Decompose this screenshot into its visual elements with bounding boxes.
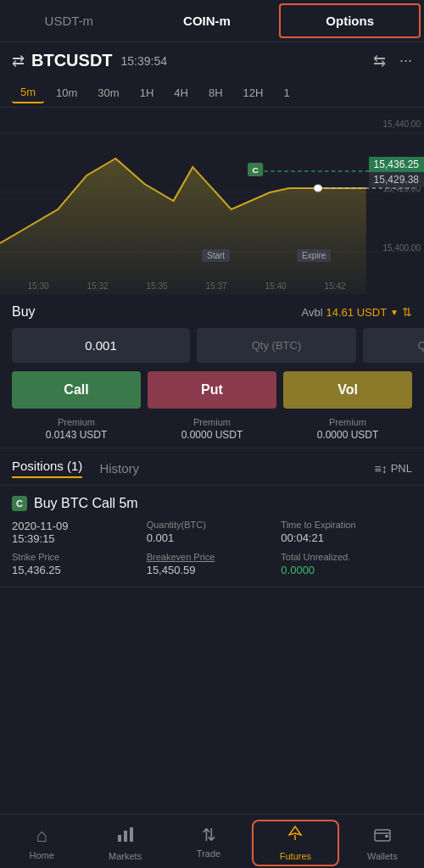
unrealized-value: 0.0000	[281, 564, 412, 576]
price-high-label: 15,440.00	[383, 120, 421, 129]
detail-datetime: 2020-11-09 15:39:15	[12, 520, 143, 545]
pnl-button[interactable]: ≡↕ PNL	[375, 462, 412, 476]
tf-1h[interactable]: 1H	[131, 82, 163, 103]
avbl-value: 14.61 USDT	[326, 306, 388, 319]
chart-start-label: Start	[202, 249, 230, 262]
tab-history[interactable]: History	[99, 461, 139, 476]
premium-call-label: Premium	[12, 417, 141, 427]
tab-positions[interactable]: Positions (1)	[12, 459, 82, 478]
svg-rect-14	[385, 835, 388, 837]
breakeven-value: 15,450.59	[147, 564, 278, 576]
tf-5m[interactable]: 5m	[12, 82, 44, 103]
time-label: 15:39:54	[121, 54, 168, 68]
premium-vol-value: 0.0000 USDT	[283, 429, 412, 441]
header-bar: ⇄ BTCUSDT 15:39:54 ⇆ ···	[0, 42, 424, 79]
tab-coin[interactable]: COIN-m	[138, 0, 276, 42]
tab-usdt[interactable]: USDT-m	[0, 0, 138, 42]
filter-icon: ≡↕	[375, 462, 388, 476]
position-title-row: C Buy BTC Call 5m	[12, 496, 412, 511]
x-label-1: 15:30	[27, 281, 48, 291]
trade-label: Trade	[197, 849, 220, 859]
svg-text:C: C	[252, 166, 258, 175]
timeframe-bar: 5m 10m 30m 1H 4H 8H 12H 1	[0, 79, 424, 108]
position-card: C Buy BTC Call 5m 2020-11-09 15:39:15 Qu…	[0, 486, 424, 587]
unrealized-label: Total Unrealized.	[281, 552, 412, 562]
qty-input-1[interactable]	[197, 328, 356, 363]
futures-icon	[285, 823, 305, 848]
strike-value: 15,436.25	[12, 564, 143, 576]
transfer-icon[interactable]: ⇅	[402, 305, 412, 319]
svg-rect-10	[124, 831, 127, 842]
symbol-label: BTCUSDT	[31, 51, 113, 70]
top-tabs: USDT-m COIN-m Options	[0, 0, 424, 42]
current-price-green: 15,436.25	[369, 157, 424, 172]
tf-8h[interactable]: 8H	[200, 82, 232, 103]
x-label-2: 15:32	[86, 281, 108, 291]
premium-vol: Premium 0.0000 USDT	[283, 417, 412, 441]
detail-unrealized: Total Unrealized. 0.0000	[281, 552, 412, 576]
nav-futures[interactable]: Futures	[252, 820, 338, 866]
input-row	[12, 328, 412, 363]
call-button[interactable]: Call	[12, 371, 141, 409]
position-type-badge: C	[12, 496, 27, 511]
chart-expire-label: Expire	[297, 249, 331, 262]
x-label-6: 15:42	[324, 281, 345, 291]
position-name: Buy BTC Call 5m	[34, 496, 138, 511]
buy-label: Buy	[12, 304, 36, 320]
premium-vol-label: Premium	[283, 417, 412, 427]
vol-button[interactable]: Vol	[283, 371, 412, 409]
premium-row: Premium 0.0143 USDT Premium 0.0000 USDT …	[12, 417, 412, 441]
tab-options[interactable]: Options	[279, 3, 421, 38]
premium-put: Premium 0.0000 USDT	[148, 417, 276, 441]
tf-10m[interactable]: 10m	[47, 82, 86, 103]
strike-label: Strike Price	[12, 552, 143, 562]
wallets-label: Wallets	[367, 851, 398, 861]
detail-time: 15:39:15	[12, 532, 143, 545]
detail-strike: Strike Price 15,436.25	[12, 552, 143, 576]
swap-header-icon[interactable]: ⇄	[12, 52, 25, 70]
premium-call: Premium 0.0143 USDT	[12, 417, 141, 441]
qty-input-2[interactable]	[363, 328, 424, 363]
tf-12h[interactable]: 12H	[235, 82, 272, 103]
svg-point-8	[314, 185, 321, 192]
action-row: Call Put Vol	[12, 371, 412, 409]
chart-area[interactable]: C 15,440.00 15,420.00 15,400.00 15,436.2…	[0, 108, 424, 294]
nav-home[interactable]: ⌂ Home	[0, 821, 83, 865]
detail-date: 2020-11-09	[12, 520, 143, 532]
amount-input[interactable]	[12, 328, 190, 363]
x-label-5: 15:40	[265, 281, 286, 291]
detail-breakeven: Breakeven Price 15,450.59	[147, 552, 278, 576]
x-label-4: 15:37	[205, 281, 226, 291]
exp-value: 00:04:21	[281, 531, 412, 544]
markets-label: Markets	[109, 851, 142, 861]
tf-30m[interactable]: 30m	[89, 82, 127, 103]
nav-trade[interactable]: ⇅ Trade	[167, 821, 250, 865]
trade-icon: ⇅	[202, 825, 216, 845]
pnl-label: PNL	[391, 462, 412, 475]
put-button[interactable]: Put	[148, 371, 276, 409]
home-label: Home	[30, 850, 54, 860]
premium-put-value: 0.0000 USDT	[148, 429, 276, 441]
svg-rect-11	[130, 827, 133, 842]
nav-wallets[interactable]: Wallets	[341, 821, 424, 865]
nav-markets[interactable]: Markets	[83, 821, 166, 865]
breakeven-label: Breakeven Price	[147, 552, 278, 562]
more-icon[interactable]: ···	[399, 52, 412, 70]
tf-4h[interactable]: 4H	[165, 82, 197, 103]
header-icons: ⇆ ···	[373, 52, 412, 70]
exp-label: Time to Expiration	[281, 520, 412, 530]
position-details: 2020-11-09 15:39:15 Quantity(BTC) 0.001 …	[12, 520, 412, 576]
compare-icon[interactable]: ⇆	[373, 52, 386, 70]
avbl-arrow-icon: ▼	[390, 308, 399, 317]
futures-label: Futures	[280, 851, 311, 861]
chart-x-axis: 15:30 15:32 15:35 15:37 15:40 15:42	[0, 281, 373, 291]
wallets-icon	[373, 825, 392, 848]
price-low-label: 15,400.00	[383, 243, 421, 253]
tf-1[interactable]: 1	[275, 82, 298, 103]
buy-row: Buy Avbl 14.61 USDT ▼ ⇅	[12, 304, 412, 320]
bottom-nav: ⌂ Home Markets ⇅ Trade Futures	[0, 814, 424, 868]
qty-value: 0.001	[147, 531, 278, 544]
home-icon: ⌂	[36, 825, 47, 847]
premium-call-value: 0.0143 USDT	[12, 429, 141, 441]
positions-header: Positions (1) History ≡↕ PNL	[0, 448, 424, 486]
